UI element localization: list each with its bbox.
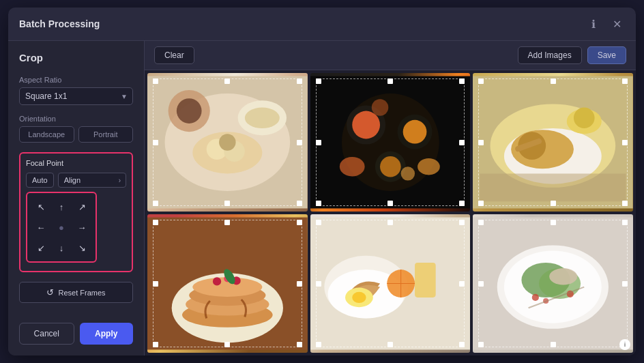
cancel-button[interactable]: Cancel: [19, 323, 74, 345]
title-bar-actions: ℹ ✕: [585, 16, 625, 32]
landscape-button[interactable]: Landscape: [19, 126, 74, 143]
svg-point-9: [219, 134, 235, 150]
align-bottom-center-button[interactable]: ↓: [52, 238, 71, 257]
align-top-center-button[interactable]: ↑: [52, 197, 71, 216]
svg-point-3: [177, 98, 202, 124]
image-4: [147, 214, 308, 353]
svg-point-29: [574, 107, 595, 128]
image-5: [310, 214, 471, 353]
svg-point-13: [352, 111, 380, 139]
dialog-title: Batch Processing: [19, 18, 100, 29]
left-panel: Crop Aspect Ratio Square 1x1 Original 16…: [8, 41, 145, 355]
align-grid-row-3: ↙ ↓ ↘: [31, 238, 91, 257]
right-toolbar: Clear Add Images Save: [145, 41, 636, 70]
orientation-label: Orientation: [19, 115, 133, 123]
aspect-ratio-wrapper: Square 1x1 Original 16:9 4:3 3:2 Custom …: [19, 87, 133, 105]
align-center-button[interactable]: ●: [52, 218, 71, 237]
reset-frames-button[interactable]: ↺ Reset Frames: [19, 282, 133, 303]
info-button[interactable]: ℹ: [585, 16, 602, 32]
svg-point-17: [380, 156, 401, 177]
toolbar-left: Clear: [154, 46, 194, 64]
image-6: [473, 214, 633, 353]
align-grid-row-2: ← ● →: [31, 218, 91, 237]
close-button[interactable]: ✕: [609, 16, 625, 32]
image-6-indicator: i: [619, 339, 630, 350]
svg-point-19: [418, 158, 440, 175]
svg-rect-49: [415, 263, 436, 297]
align-grid: ↖ ↑ ↗ ← ● → ↙ ↓ ↘: [26, 192, 97, 263]
svg-point-55: [532, 294, 539, 301]
svg-point-37: [213, 277, 221, 285]
apply-button[interactable]: Apply: [80, 323, 134, 345]
section-title: Crop: [19, 52, 133, 63]
image-cell-2[interactable]: [310, 73, 471, 212]
align-bottom-left-button[interactable]: ↙: [31, 238, 50, 257]
reset-frames-label: Reset Frames: [58, 289, 105, 297]
focal-align-wrapper: Align Top Left Top Center Top Right Cent…: [58, 173, 126, 188]
dialog-body: Crop Aspect Ratio Square 1x1 Original 16…: [8, 41, 636, 355]
portrait-button[interactable]: Portrait: [78, 126, 134, 143]
svg-point-21: [400, 166, 414, 180]
focal-point-label: Focal Point: [26, 159, 126, 167]
batch-processing-dialog: Batch Processing ℹ ✕ Crop Aspect Ratio S…: [8, 8, 636, 355]
save-button[interactable]: Save: [587, 46, 626, 64]
align-top-right-button[interactable]: ↗: [72, 197, 91, 216]
align-bottom-right-button[interactable]: ↘: [72, 238, 91, 257]
align-top-left-button[interactable]: ↖: [31, 197, 50, 216]
svg-point-5: [245, 107, 280, 128]
align-middle-left-button[interactable]: ←: [31, 218, 50, 237]
right-panel: Clear Add Images Save: [145, 41, 636, 355]
focal-align-select[interactable]: Align Top Left Top Center Top Right Cent…: [58, 173, 126, 188]
image-3: [473, 73, 633, 212]
focal-auto-row: Auto Align Top Left Top Center Top Right…: [26, 173, 126, 188]
image-cell-4[interactable]: [147, 214, 308, 353]
focal-auto-label: Auto: [26, 173, 54, 188]
align-grid-row-1: ↖ ↑ ↗: [31, 197, 91, 216]
add-images-button[interactable]: Add Images: [518, 46, 582, 64]
aspect-ratio-select[interactable]: Square 1x1 Original 16:9 4:3 3:2 Custom: [19, 87, 133, 105]
image-cell-5[interactable]: [310, 214, 471, 353]
svg-point-20: [371, 99, 387, 115]
clear-button[interactable]: Clear: [154, 46, 194, 64]
svg-point-18: [340, 157, 365, 177]
action-buttons: Cancel Apply: [19, 323, 133, 345]
toolbar-right: Add Images Save: [518, 46, 626, 64]
reset-frames-icon: ↺: [46, 287, 54, 297]
align-middle-right-button[interactable]: →: [72, 218, 91, 237]
svg-rect-30: [480, 173, 626, 201]
image-2: [310, 73, 471, 212]
image-cell-3[interactable]: [473, 73, 633, 212]
image-grid: i: [145, 70, 636, 355]
orientation-field: Orientation Landscape Portrait: [19, 115, 133, 143]
orientation-group: Landscape Portrait: [19, 126, 133, 143]
title-bar: Batch Processing ℹ ✕: [8, 8, 636, 41]
aspect-ratio-field: Aspect Ratio Square 1x1 Original 16:9 4:…: [19, 76, 133, 105]
image-cell-6[interactable]: i: [473, 214, 633, 353]
image-1: [147, 73, 308, 212]
svg-point-15: [402, 120, 426, 144]
focal-point-section: Focal Point Auto Align Top Left Top Cent…: [19, 152, 133, 272]
aspect-ratio-label: Aspect Ratio: [19, 76, 133, 84]
svg-point-45: [352, 292, 366, 303]
svg-point-58: [550, 268, 578, 285]
image-cell-1[interactable]: [147, 73, 308, 212]
